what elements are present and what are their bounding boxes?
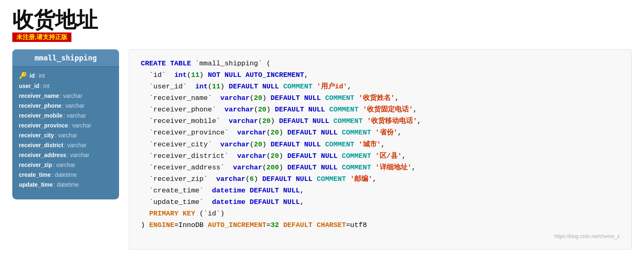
field-name: receiver_phone [19,102,62,109]
table-panel: mmall_shipping 🔑 id: int user_id: int re… [12,49,119,199]
main-content: mmall_shipping 🔑 id: int user_id: int re… [12,49,632,250]
field-name: update_time [19,181,53,188]
field-name: user_id [19,83,39,89]
field-name: receiver_name [19,93,59,99]
field-row-user_id: user_id: int [19,81,112,91]
field-type: : varchar [53,162,75,168]
field-row-receiver_zip: receiver_zip: varchar [19,160,112,170]
field-name: receiver_district [19,142,63,148]
field-type: : datetime [52,171,77,178]
field-type: : varchar [69,122,91,129]
sql-line-3: `user_id` int(11) DEFAULT NULL COMMENT '… [141,81,620,93]
sql-line-6: `receiver_mobile` varchar(20) DEFAULT NU… [141,116,620,127]
field-name: receiver_address [19,152,66,158]
field-name: id [30,72,34,79]
sql-line-12: `create_time` datetime DEFAULT NULL, [141,185,620,197]
field-row-receiver_district: receiver_district: varchar [19,140,112,150]
field-name: receiver_city [19,132,54,139]
sql-line-9: `receiver_district` varchar(20) DEFAULT … [141,150,620,162]
field-type: : varchar [64,142,86,148]
field-row-update_time: update_time: datetime [19,180,112,190]
watermark-url: https://blog.csdn.net/chenm_z [141,233,620,241]
field-name: create_time [19,171,51,178]
field-row-receiver_city: receiver_city: varchar [19,130,112,140]
code-panel: CREATE TABLE `mmall_shipping` ( `id` int… [129,49,632,250]
page-title: 收货地址 [12,8,632,32]
sql-line-5: `receiver_phone` varchar(20) DEFAULT NUL… [141,104,620,116]
sql-line-13: `update_time` datetime DEFAULT NULL, [141,197,620,208]
sql-line-2: `id` int(11) NOT NULL AUTO_INCREMENT, [141,69,620,81]
field-type: : varchar [55,132,77,139]
key-icon: 🔑 [19,72,27,79]
sql-line-11: `receiver_zip` varchar(6) DEFAULT NULL C… [141,174,620,185]
field-row-receiver_mobile: receiver_mobile: varchar [19,111,112,120]
page-wrapper: 收货地址 未注册,请支持正版 mmall_shipping 🔑 id: int … [0,0,644,258]
field-type: : int [35,72,45,79]
table-panel-header: mmall_shipping [12,49,119,67]
field-row-receiver_name: receiver_name: varchar [19,91,112,101]
field-type: : varchar [67,152,89,158]
sql-line-7: `receiver_province` varchar(20) DEFAULT … [141,127,620,139]
field-name: receiver_zip [19,162,52,168]
field-type: : int [40,83,50,89]
field-type: : varchar [62,102,85,109]
title-area: 收货地址 未注册,请支持正版 [12,8,632,42]
field-row-id: 🔑 id: int [19,70,112,81]
field-name: receiver_province [19,122,68,129]
watermark-banner: 未注册,请支持正版 [12,32,71,42]
field-type: : varchar [60,93,82,99]
field-row-receiver_province: receiver_province: varchar [19,120,112,130]
table-fields: 🔑 id: int user_id: int receiver_name: va… [12,67,119,193]
field-row-receiver_address: receiver_address: varchar [19,150,112,160]
sql-line-4: `receiver_name` varchar(20) DEFAULT NULL… [141,93,620,104]
field-type: : varchar [64,112,86,119]
sql-line-15: ) ENGINE=InnoDB AUTO_INCREMENT=32 DEFAUL… [141,220,620,231]
sql-line-8: `receiver_city` varchar(20) DEFAULT NULL… [141,139,620,150]
sql-line-10: `receiver_address` varchar(200) DEFAULT … [141,162,620,174]
sql-line-14: PRIMARY KEY (`id`) [141,208,620,220]
field-type: : datetime [53,181,78,188]
field-row-receiver_phone: receiver_phone: varchar [19,101,112,111]
sql-line-1: CREATE TABLE `mmall_shipping` ( [141,58,620,69]
field-name: receiver_mobile [19,112,63,119]
field-row-create_time: create_time: datetime [19,170,112,180]
